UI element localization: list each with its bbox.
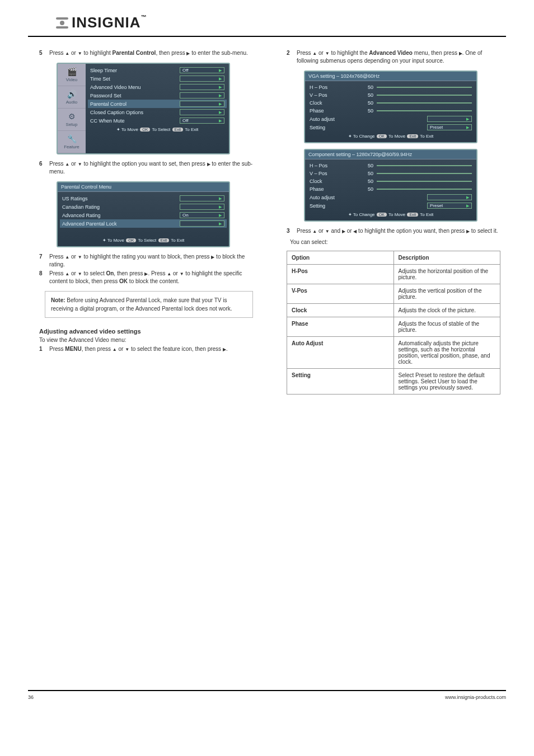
up-arrow-icon bbox=[113, 346, 117, 352]
arrow-icon bbox=[219, 204, 222, 209]
arrow-icon bbox=[219, 110, 222, 115]
arrow-icon bbox=[219, 221, 222, 226]
column-right: 2 Press or to highlight the Advanced Vid… bbox=[275, 48, 506, 399]
osd-feature-menu: 🎬Video 🔊Audio ⚙Setup 🔧Feature Sleep Time… bbox=[57, 63, 230, 154]
osd-row: Advanced Video Menu bbox=[88, 83, 227, 91]
arrow-icon bbox=[219, 68, 222, 73]
osd-controls-hint: ✦ To Change OK To Move Exit To Exit bbox=[307, 132, 474, 140]
osd-row: Auto adjust bbox=[307, 193, 474, 201]
setup-category-icon: ⚙Setup bbox=[58, 109, 86, 131]
osd-header: Component setting – 1280x720p@60/59.94Hz bbox=[305, 150, 476, 159]
arrow-icon bbox=[219, 76, 222, 81]
osd-row: Canadian Rating bbox=[60, 203, 227, 211]
step-3-right: 3 Press or and or to highlight the optio… bbox=[287, 227, 506, 235]
osd-row: US Ratings bbox=[60, 194, 227, 203]
osd-header: VGA setting – 1024x768@60Hz bbox=[305, 72, 476, 81]
osd-row: SettingPreset bbox=[307, 201, 474, 210]
down-arrow-icon bbox=[78, 253, 82, 260]
feature-category-icon: 🔧Feature bbox=[58, 131, 86, 153]
step-8: 8 Press or to select On, then press . Pr… bbox=[39, 270, 259, 285]
logo-text: INSIGNIA™ bbox=[72, 14, 147, 31]
up-arrow-icon bbox=[167, 270, 171, 276]
step-number: 8 bbox=[39, 270, 46, 285]
osd-row: Auto adjust bbox=[307, 115, 474, 123]
table-row: Auto AdjustAutomatically adjusts the pic… bbox=[287, 337, 500, 369]
column-left: 5 Press or to highlight Parental Control… bbox=[28, 48, 259, 399]
arrow-icon bbox=[219, 93, 222, 98]
footer: 36 www.insignia-products.com bbox=[28, 690, 506, 700]
osd-controls-hint: ✦ To Move OK To Select Exit To Exit bbox=[60, 236, 227, 244]
osd-row: H – Pos50 bbox=[307, 83, 474, 91]
arrow-icon bbox=[219, 196, 222, 201]
table-intro: You can select: bbox=[287, 238, 506, 246]
arrow-icon bbox=[466, 125, 469, 130]
brand-header: INSIGNIA™ bbox=[28, 0, 506, 37]
osd-vga-setting: VGA setting – 1024x768@60Hz H – Pos50 V … bbox=[304, 71, 477, 143]
step-number: 5 bbox=[39, 49, 46, 57]
step-number: 2 bbox=[287, 49, 293, 65]
step-number: 3 bbox=[287, 227, 293, 235]
osd-header: Parental Control Menu bbox=[58, 182, 229, 192]
osd-row: V – Pos50 bbox=[307, 91, 474, 99]
step-2-right: 2 Press or to highlight the Advanced Vid… bbox=[287, 49, 506, 65]
note-box: Note: Before using Advanced Parental Loc… bbox=[45, 291, 253, 318]
step-number: 7 bbox=[39, 253, 46, 269]
section-sub: To view the Advanced Video menu: bbox=[39, 337, 259, 343]
table-row: SettingSelect Preset to restore the defa… bbox=[287, 369, 500, 395]
down-arrow-icon bbox=[125, 346, 129, 352]
logo-mark bbox=[56, 17, 68, 29]
audio-category-icon: 🔊Audio bbox=[58, 86, 86, 109]
arrow-icon bbox=[219, 84, 222, 90]
osd-row: Phase50 bbox=[307, 185, 474, 193]
osd-row: H – Pos50 bbox=[307, 162, 474, 170]
osd-row: Clock50 bbox=[307, 177, 474, 185]
table-row: V-PosAdjusts the vertical position of th… bbox=[287, 284, 500, 304]
arrow-icon bbox=[466, 203, 469, 208]
osd-row: Phase50 bbox=[307, 107, 474, 115]
osd-row: Sleep TimerOff bbox=[88, 66, 227, 74]
osd-row-highlighted: Advanced Parental Lock bbox=[60, 219, 227, 228]
arrow-icon bbox=[219, 213, 222, 218]
section-heading: Adjusting advanced video settings bbox=[39, 328, 259, 335]
footer-url: www.insignia-products.com bbox=[445, 694, 506, 700]
th-description: Description bbox=[394, 251, 500, 265]
osd-row: Closed Caption Options bbox=[88, 108, 227, 116]
arrow-icon bbox=[219, 118, 222, 123]
step-1-advanced: 1 Press MENU, then press or to select th… bbox=[39, 345, 259, 353]
step-number: 1 bbox=[39, 345, 46, 353]
osd-row: V – Pos50 bbox=[307, 170, 474, 177]
table-row: PhaseAdjusts the focus of stable of the … bbox=[287, 317, 500, 337]
down-arrow-icon bbox=[78, 50, 82, 56]
table-row: ClockAdjusts the clock of the picture. bbox=[287, 304, 500, 317]
step-7: 7 Press or to highlight the rating you w… bbox=[39, 253, 259, 269]
osd-controls-hint: ✦ To Move OK To Select Exit To Exit bbox=[88, 125, 227, 133]
osd-row: Time Set bbox=[88, 74, 227, 83]
step-6: 6 Press or to highlight the option you w… bbox=[39, 160, 259, 176]
step-number: 6 bbox=[39, 160, 46, 176]
down-arrow-icon bbox=[325, 228, 330, 234]
osd-parental-menu: Parental Control Menu US Ratings Canadia… bbox=[57, 181, 230, 247]
arrow-icon bbox=[219, 101, 222, 106]
step-5: 5 Press or to highlight Parental Control… bbox=[39, 49, 259, 57]
down-arrow-icon bbox=[78, 270, 82, 276]
osd-row: Password Set bbox=[88, 91, 227, 100]
table-row: H-PosAdjusts the horizontal position of … bbox=[287, 265, 500, 284]
th-option: Option bbox=[287, 251, 394, 265]
osd-row: CC When MuteOff bbox=[88, 116, 227, 125]
down-arrow-icon bbox=[325, 50, 330, 56]
down-arrow-icon bbox=[180, 270, 184, 276]
osd-row: Advanced RatingOn bbox=[60, 211, 227, 219]
arrow-icon bbox=[466, 195, 469, 200]
osd-row: SettingPreset bbox=[307, 123, 474, 132]
osd-category-icons: 🎬Video 🔊Audio ⚙Setup 🔧Feature bbox=[58, 64, 86, 153]
osd-component-setting: Component setting – 1280x720p@60/59.94Hz… bbox=[304, 149, 477, 222]
down-arrow-icon bbox=[78, 161, 82, 167]
options-table: OptionDescription H-PosAdjusts the horiz… bbox=[287, 251, 500, 395]
page-number: 36 bbox=[28, 694, 34, 700]
osd-controls-hint: ✦ To Change OK To Move Exit To Exit bbox=[307, 210, 474, 218]
osd-row-highlighted: Parental Control bbox=[88, 100, 227, 108]
video-category-icon: 🎬Video bbox=[58, 64, 86, 86]
arrow-icon bbox=[466, 116, 469, 121]
osd-row: Clock50 bbox=[307, 99, 474, 107]
